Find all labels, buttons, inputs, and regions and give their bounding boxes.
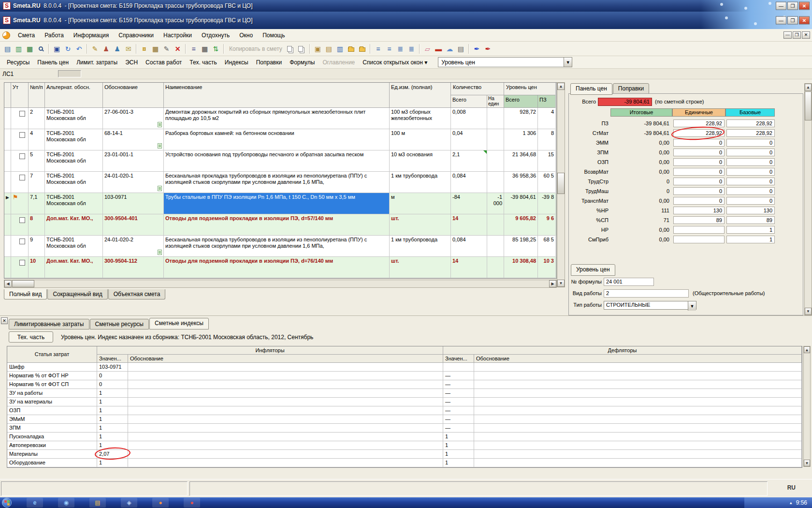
- qty-total-cell[interactable]: 2,1: [451, 150, 487, 172]
- row-number-cell[interactable]: 7,1: [29, 193, 45, 214]
- header-inf-basis[interactable]: Обоснование: [128, 355, 443, 363]
- scroll-left-icon[interactable]: ◀: [4, 280, 12, 287]
- taskbar-app-icon[interactable]: e: [27, 498, 43, 508]
- inflator-value-cell[interactable]: 103-0971: [97, 363, 128, 372]
- price-total-cell[interactable]: -39 804,61: [504, 193, 538, 214]
- qty-per-unit-cell[interactable]: -1 000: [487, 193, 504, 214]
- column-header-bazovye[interactable]: Базовые: [725, 108, 775, 117]
- name-cell[interactable]: Трубы стальные в ППУ ПЭ изоляции Pn 1,6 …: [164, 193, 390, 214]
- pz-cell[interactable]: 68 5: [538, 236, 556, 257]
- estimate-hscrollbar[interactable]: ◀ ▶: [4, 280, 557, 288]
- index-row[interactable]: ЗПМ 1 —: [7, 424, 802, 433]
- row-number-cell[interactable]: 8: [29, 214, 45, 236]
- price-baz-field[interactable]: 228,92: [726, 120, 775, 127]
- index-row[interactable]: Норматив % от ФОТ НР 0 —: [7, 372, 802, 380]
- header-qty-total[interactable]: Всего: [451, 95, 487, 108]
- price-baz-field[interactable]: 0: [726, 149, 775, 156]
- price-edin-field[interactable]: [673, 226, 725, 234]
- cost-item-cell[interactable]: Норматив % от ФОТ НР: [7, 372, 97, 380]
- price-edin-field[interactable]: 0: [673, 187, 725, 195]
- price-total-cell[interactable]: 1 306: [504, 129, 538, 150]
- panel-button[interactable]: Ресурсы: [3, 57, 33, 68]
- price-edin-field[interactable]: 130: [673, 207, 725, 214]
- title-bar-outer[interactable]: S Smeta.RU 8.0.0.4 - [Проектная смета: Б…: [0, 0, 812, 12]
- cost-item-cell[interactable]: Оборудование: [7, 459, 97, 467]
- approved-cell[interactable]: [11, 129, 29, 150]
- inflator-basis-cell[interactable]: [128, 389, 443, 398]
- price-edin-field[interactable]: 0: [673, 168, 725, 176]
- deflator-basis-cell[interactable]: [474, 450, 802, 459]
- deflator-value-cell[interactable]: 1: [443, 433, 474, 441]
- add-position-icon[interactable]: ▤: [2, 43, 13, 54]
- insert-section-icon[interactable]: ▥: [13, 43, 24, 54]
- pz-cell[interactable]: -39 8: [538, 193, 556, 214]
- bottom-tab[interactable]: Сметные индексы: [149, 318, 209, 329]
- price-total-cell[interactable]: 9 605,82: [504, 214, 538, 236]
- money-calc-icon[interactable]: ▦: [150, 43, 161, 54]
- deflator-basis-cell[interactable]: [474, 389, 802, 398]
- row-selector-cell[interactable]: [4, 108, 11, 129]
- deflator-basis-cell[interactable]: [474, 441, 802, 450]
- qty-per-unit-cell[interactable]: [487, 108, 504, 129]
- price-baz-field[interactable]: 0: [726, 158, 775, 166]
- deflator-value-cell[interactable]: —: [443, 406, 474, 415]
- qty-total-cell[interactable]: -84: [451, 193, 487, 214]
- menu-item[interactable]: Помощь: [258, 30, 290, 41]
- close-button[interactable]: ✕: [799, 16, 810, 25]
- bottom-tab[interactable]: Лимитированные затраты: [9, 319, 89, 329]
- cost-item-cell[interactable]: Шифр: [7, 363, 97, 372]
- tab-price-level[interactable]: Уровень цен: [571, 264, 615, 276]
- cost-item-cell[interactable]: ЭМиМ: [7, 415, 97, 424]
- approve-checkbox[interactable]: [19, 175, 25, 180]
- price-baz-field[interactable]: 0: [726, 187, 775, 195]
- pz-cell[interactable]: 4: [538, 108, 556, 129]
- search-icon[interactable]: [35, 43, 46, 54]
- pz-cell[interactable]: 8: [538, 129, 556, 150]
- basis-cell[interactable]: 300-9504-401: [103, 214, 164, 236]
- pen-red-icon[interactable]: ✒: [482, 43, 493, 54]
- basis-cell[interactable]: 23-01-001-1: [103, 150, 164, 172]
- column-header-edinichnye[interactable]: Единичные: [672, 108, 725, 117]
- align-right-icon[interactable]: ≡: [384, 43, 395, 54]
- cloud-icon[interactable]: ☁: [444, 43, 455, 54]
- calculator-icon[interactable]: ▦: [199, 43, 210, 54]
- cost-item-cell[interactable]: Автоперевозки: [7, 441, 97, 450]
- inflator-value-cell[interactable]: 0: [97, 380, 128, 389]
- approved-cell[interactable]: ⚑: [11, 193, 29, 214]
- folder-icon[interactable]: [346, 43, 357, 54]
- copy-page-icon[interactable]: [285, 43, 296, 54]
- qty-total-cell[interactable]: 14: [451, 257, 487, 278]
- sort-asc-icon[interactable]: ≣: [395, 43, 406, 54]
- deflator-basis-cell[interactable]: [474, 380, 802, 389]
- estimate-row[interactable]: 4 ТСНБ-2001 Московская обл 68-14-1 Разбо…: [4, 129, 556, 150]
- index-row[interactable]: Норматив % от ФОТ СП 0 —: [7, 380, 802, 389]
- structure-icon[interactable]: ≡: [188, 43, 199, 54]
- transport-icon[interactable]: ▬: [433, 43, 444, 54]
- alt-basis-cell[interactable]: ТСНБ-2001 Московская обл: [45, 172, 103, 193]
- header-def-value[interactable]: Значен...: [443, 355, 474, 363]
- inflator-basis-cell[interactable]: [128, 459, 443, 467]
- inflator-value-cell[interactable]: 1: [97, 459, 128, 467]
- header-deflators[interactable]: Дефляторы: [443, 346, 802, 355]
- index-row[interactable]: Оборудование 1 1: [7, 459, 802, 467]
- inflator-value-cell[interactable]: 1: [97, 389, 128, 398]
- inflator-value-cell[interactable]: 1: [97, 415, 128, 424]
- approve-checkbox[interactable]: [19, 153, 25, 159]
- bottom-tab[interactable]: Сметные ресурсы: [90, 319, 149, 329]
- maximize-button[interactable]: ❐: [787, 16, 798, 25]
- inflator-value-cell[interactable]: 1: [97, 406, 128, 415]
- qty-total-cell[interactable]: 0,008: [451, 108, 487, 129]
- price-edin-field[interactable]: 0: [673, 197, 725, 205]
- row-selector-cell[interactable]: [4, 236, 11, 257]
- estimate-row[interactable]: 9 ТСНБ-2001 Московская обл 24-01-020-2 Б…: [4, 236, 556, 257]
- row-selector-cell[interactable]: ▶: [4, 193, 11, 214]
- alt-basis-cell[interactable]: ТСНБ-2001 Московская обл: [45, 150, 103, 172]
- unit-cell[interactable]: 1 км трубопровода: [390, 172, 451, 193]
- row-selector-cell[interactable]: [4, 214, 11, 236]
- pz-cell[interactable]: 15: [538, 150, 556, 172]
- window-cascade-icon[interactable]: ▣: [312, 43, 323, 54]
- price-baz-field[interactable]: 0: [726, 139, 775, 147]
- header-number[interactable]: №п/п: [29, 83, 45, 108]
- folder-open-icon[interactable]: [357, 43, 368, 54]
- deflator-value-cell[interactable]: —: [443, 398, 474, 406]
